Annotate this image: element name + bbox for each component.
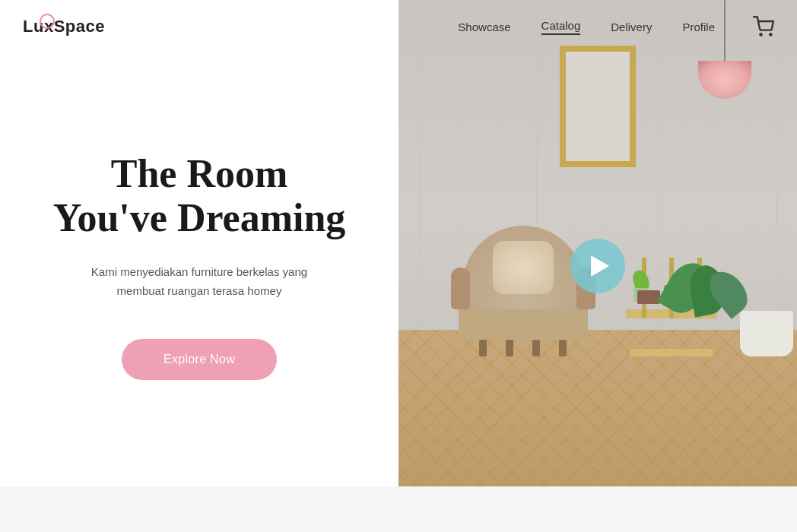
armchair-leg	[532, 340, 540, 356]
hero-left: The Room You've Dreaming Kami menyediaka…	[0, 0, 398, 532]
cart-button[interactable]	[753, 16, 774, 37]
page-wrapper: LuxSpace Showcase Catalog Delivery Profi…	[0, 0, 797, 532]
hero-subtitle: Kami menyediakan furniture berkelas yang…	[91, 262, 307, 301]
armchair-left-arm	[451, 268, 470, 309]
armchair	[459, 226, 588, 356]
svg-point-1	[770, 33, 771, 35]
cart-icon	[753, 16, 774, 37]
hero-section: The Room You've Dreaming Kami menyediaka…	[0, 0, 797, 532]
logo-lux: Lux	[23, 17, 54, 36]
side-table	[626, 309, 717, 356]
hero-right	[398, 0, 797, 532]
logo[interactable]: LuxSpace	[23, 17, 105, 36]
nav-showcase[interactable]: Showcase	[458, 21, 510, 33]
large-plant-pot	[740, 311, 793, 356]
play-triangle-icon	[591, 255, 609, 277]
armchair-legs	[459, 340, 588, 356]
logo-text: LuxSpace	[23, 17, 105, 36]
hero-subtitle-line2: membuat ruangan terasa homey	[117, 284, 282, 297]
armchair-cushion	[493, 241, 554, 294]
hero-title-line2: You've Dreaming	[53, 196, 346, 239]
nav-profile[interactable]: Profile	[682, 21, 715, 33]
side-table-shelf	[630, 349, 713, 356]
main-nav: Showcase Catalog Delivery Profile	[458, 16, 774, 37]
logo-space: Space	[54, 17, 105, 36]
play-button[interactable]	[570, 239, 625, 293]
nav-catalog[interactable]: Catalog	[541, 19, 581, 35]
room-scene	[398, 0, 797, 532]
large-plant-leaves	[729, 239, 797, 315]
nav-delivery[interactable]: Delivery	[611, 21, 652, 33]
svg-point-0	[760, 33, 761, 35]
armchair-leg	[506, 340, 513, 356]
header: LuxSpace Showcase Catalog Delivery Profi…	[0, 0, 797, 53]
explore-now-button[interactable]: Explore Now	[122, 339, 277, 380]
hero-subtitle-line1: Kami menyediakan furniture berkelas yang	[91, 265, 307, 278]
armchair-leg	[479, 340, 487, 356]
large-plant	[736, 311, 797, 356]
bottom-bar	[0, 486, 797, 532]
wall-frame	[560, 46, 636, 167]
pendant-shade	[698, 61, 751, 99]
hero-title-line1: The Room	[111, 152, 288, 195]
armchair-leg	[559, 340, 567, 356]
armchair-back	[462, 226, 584, 309]
